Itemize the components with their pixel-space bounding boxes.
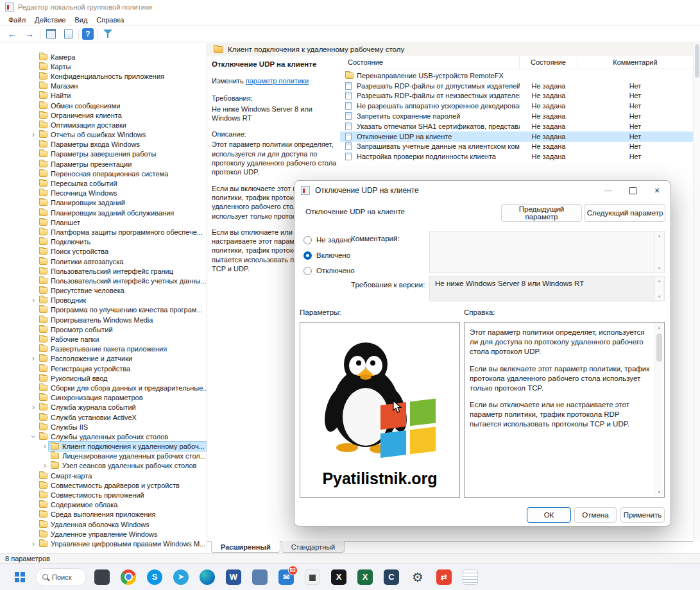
toolbar-separator[interactable] xyxy=(40,29,40,39)
terminal-c-icon[interactable]: C xyxy=(380,566,402,588)
tree-item[interactable]: › Сборки для сбора данных и предваритель… xyxy=(0,383,207,392)
settings-gear-icon[interactable]: ⚙ xyxy=(407,566,429,588)
policy-row[interactable]: Перенаправление USB-устройств RemoteFX xyxy=(340,71,693,81)
calculator-icon[interactable]: ▦ xyxy=(302,566,323,588)
tree-item[interactable]: › Параметры презентации xyxy=(0,159,207,169)
tree-item[interactable]: › Подключить xyxy=(0,237,207,247)
help-scrollbar[interactable]: ▲▼ xyxy=(654,323,663,496)
menu-item[interactable]: Действие xyxy=(30,15,70,24)
tree-item[interactable]: › Планшет xyxy=(0,217,207,227)
policy-row[interactable]: Указать отпечатки SHA1 сертификатов, пре… xyxy=(340,121,693,131)
tree-item[interactable]: › Платформа защиты программного обеспече… xyxy=(0,227,207,237)
tree-item[interactable]: › Клиент подключения к удаленному рабоч.… xyxy=(0,442,207,451)
edit-policy-link[interactable]: параметр политики xyxy=(246,77,309,85)
dialog-titlebar[interactable]: Отключение UDP на клиенте — × xyxy=(295,181,670,200)
chrome-icon[interactable] xyxy=(117,566,139,588)
tree-item[interactable]: › Совместимость приложений xyxy=(0,490,207,500)
tree-item[interactable]: › Карты xyxy=(0,62,207,71)
tree-item[interactable]: › Конфиденциальность приложения xyxy=(0,71,207,81)
chevron-right-icon[interactable]: › xyxy=(30,540,37,548)
tree-item[interactable]: › Служба журнала событий xyxy=(0,403,207,412)
back-icon[interactable]: ← xyxy=(5,28,19,40)
chevron-right-icon[interactable]: › xyxy=(30,355,37,362)
scrollbar[interactable]: ▲▼ xyxy=(654,277,663,300)
tree-item[interactable]: › Найти xyxy=(0,91,207,101)
tree-item[interactable]: › Камера xyxy=(0,52,207,62)
cancel-button[interactable]: Отмена xyxy=(574,507,617,523)
telegram-icon[interactable]: ➤ xyxy=(170,566,192,588)
tree-item[interactable]: › Управление цифровыми правами Windows M… xyxy=(0,539,207,548)
tree-item[interactable]: › Присутствие человека xyxy=(0,286,207,296)
policy-row[interactable]: Не разрешать аппаратно ускоренное декоди… xyxy=(340,101,693,111)
tree-item[interactable]: › Проигрыватель Windows Media xyxy=(0,315,207,324)
policy-row[interactable]: Отключение UDP на клиенте Не задана Нет xyxy=(340,131,693,142)
show-console-tree-icon[interactable] xyxy=(44,28,58,40)
tree-item[interactable]: › Параметры завершения работы xyxy=(0,149,207,159)
scrollbar[interactable]: ▲▼ xyxy=(654,232,663,272)
scrollbar-thumb[interactable] xyxy=(656,333,662,362)
radio-button-icon[interactable] xyxy=(303,267,312,275)
chevron-right-icon[interactable]: › xyxy=(30,131,37,139)
radio-button-icon[interactable] xyxy=(303,236,312,244)
policy-row[interactable]: Разрешать RDP-файлы от неизвестных издат… xyxy=(340,91,693,101)
skype-icon[interactable]: S xyxy=(144,566,166,588)
tree-item[interactable]: › Развертывание пакета приложения xyxy=(0,344,207,354)
tree-item[interactable]: › Ограничения клиента xyxy=(0,110,207,120)
content-scrollbar[interactable] xyxy=(693,43,700,541)
x-app-icon[interactable]: X xyxy=(328,566,350,588)
chevron-right-icon[interactable]: › xyxy=(30,403,37,411)
tree-item[interactable]: › Синхронизация параметров xyxy=(0,393,207,403)
tree-item[interactable]: › Пользовательский интерфейс учетных дан… xyxy=(0,276,207,285)
column-header-state[interactable]: Состояние xyxy=(520,56,577,69)
tree-item[interactable]: › Рабочие папки xyxy=(0,334,207,344)
column-header-setting[interactable]: Состояние xyxy=(340,56,520,69)
tree-item[interactable]: › Службы удаленных рабочих столов xyxy=(0,432,207,441)
view-tab[interactable]: Стандартный xyxy=(282,541,345,553)
chevron-right-icon[interactable]: › xyxy=(41,442,49,450)
tree-item[interactable]: › Планировщик заданий обслуживания xyxy=(0,208,207,217)
policy-row[interactable]: Настройка проверки подлинности клиента Н… xyxy=(340,151,693,162)
tree-item[interactable]: › Обмен сообщениями xyxy=(0,101,207,110)
maximize-icon[interactable] xyxy=(623,183,642,198)
tree-item[interactable]: › Оптимизация доставки xyxy=(0,120,207,130)
filter-icon[interactable] xyxy=(101,28,115,40)
tree-item[interactable]: › Проводник xyxy=(0,296,207,305)
tree-item[interactable]: › Совместимость драйверов и устройств xyxy=(0,480,207,490)
word-icon[interactable]: W xyxy=(223,566,244,588)
radio-option[interactable]: Отключено xyxy=(303,263,355,278)
tree-item[interactable]: › Лицензирование удаленных рабочих стол.… xyxy=(0,451,207,461)
comment-input[interactable]: ▲▼ xyxy=(429,231,665,273)
menu-item[interactable]: Справка xyxy=(92,15,128,24)
tree-item[interactable]: › Расположение и датчики xyxy=(0,354,207,364)
export-list-icon[interactable] xyxy=(61,28,75,40)
radio-option[interactable]: Не задано xyxy=(303,232,355,248)
chevron-right-icon[interactable]: › xyxy=(30,296,37,304)
notepad-icon[interactable] xyxy=(459,566,481,588)
tree-item[interactable]: › Политики автозапуска xyxy=(0,257,207,266)
menu-item[interactable]: Файл xyxy=(4,15,30,24)
help-icon[interactable]: ? xyxy=(82,28,94,40)
tree-item[interactable]: › Удаленная оболочка Windows xyxy=(0,519,207,529)
scrollbar-thumb[interactable] xyxy=(695,44,699,78)
tree-item[interactable]: › Просмотр событий xyxy=(0,324,207,334)
policy-row[interactable]: Запретить сохранение паролей Не задана Н… xyxy=(340,111,693,121)
tree-item[interactable]: › Смарт-карта xyxy=(0,471,207,480)
toolbar-separator[interactable] xyxy=(97,29,98,39)
edge-icon[interactable] xyxy=(196,566,218,588)
app-red-icon[interactable]: ⇄ xyxy=(433,566,455,588)
dark-app-icon[interactable] xyxy=(91,566,113,588)
tree-item[interactable]: › Содержимое облака xyxy=(0,500,207,510)
apply-button[interactable]: Применить xyxy=(620,507,665,523)
radio-button-icon[interactable] xyxy=(303,251,312,260)
tree-item[interactable]: › Рукописный ввод xyxy=(0,373,207,383)
excel-icon[interactable]: X xyxy=(354,566,376,588)
menu-item[interactable]: Вид xyxy=(70,15,92,24)
tree-item[interactable]: › Песочница Windows xyxy=(0,189,207,198)
mail-icon[interactable]: ✉ 52 xyxy=(275,566,297,588)
previous-setting-button[interactable]: Предыдущий параметр xyxy=(501,204,582,222)
policy-row[interactable]: Разрешать RDP-файлы от допустимых издате… xyxy=(340,81,693,91)
tree-item[interactable]: › Переносная операционная система xyxy=(0,169,207,178)
tree-item[interactable]: › Удаленное управление Windows xyxy=(0,529,207,539)
app-blue-icon[interactable] xyxy=(249,566,271,588)
forward-icon[interactable]: → xyxy=(22,28,37,40)
